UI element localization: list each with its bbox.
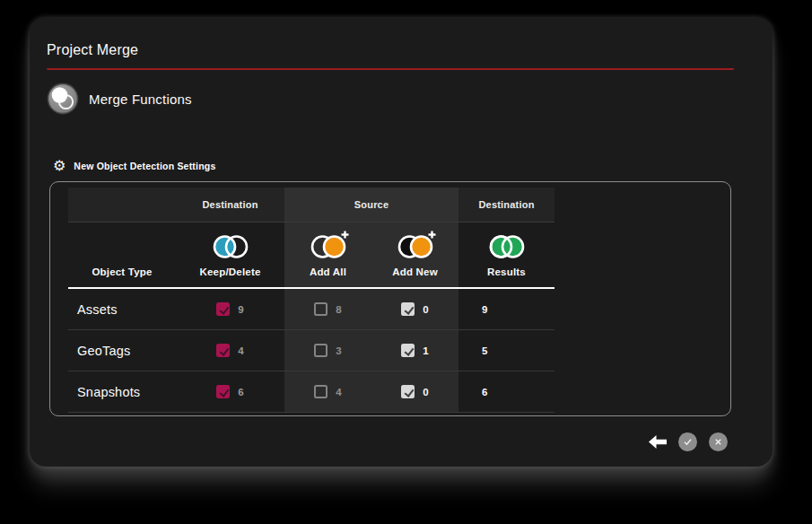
keep-delete-checkbox[interactable]	[216, 344, 230, 357]
results-count: 5	[482, 345, 487, 356]
merge-avatar-icon	[47, 83, 79, 115]
add-all-checkbox[interactable]	[314, 344, 327, 357]
group-header-destination-right: Destination	[458, 188, 554, 222]
add-all-checkbox[interactable]	[314, 302, 327, 316]
column-label: Add All	[310, 266, 346, 277]
merge-functions-header: Merge Functions	[47, 83, 192, 115]
results-count: 6	[482, 387, 487, 397]
merge-functions-title: Merge Functions	[89, 92, 192, 107]
add-new-checkbox[interactable]	[401, 344, 415, 357]
add-all-count: 3	[336, 345, 341, 356]
merge-settings-panel: Destination Source Destination Object Ty…	[49, 181, 731, 416]
footer-actions	[649, 432, 728, 451]
page-title: Project Merge	[47, 42, 138, 58]
table-row-geotags: GeoTags 4 3 1 5	[68, 330, 554, 371]
table-row-assets: Assets 9 8 0 9	[68, 289, 554, 330]
add-new-count: 0	[423, 304, 428, 315]
row-label: Snapshots	[77, 385, 140, 399]
settings-label: New Object Detection Settings	[74, 161, 215, 171]
keep-delete-checkbox[interactable]	[216, 302, 230, 316]
keep-delete-checkbox[interactable]	[216, 385, 230, 398]
project-merge-dialog: Project Merge Merge Functions ⚙ New Obje…	[30, 18, 773, 467]
add-all-venn-icon	[308, 230, 349, 260]
add-all-checkbox[interactable]	[314, 385, 327, 398]
results-venn-icon	[486, 230, 528, 260]
keep-delete-venn-icon	[210, 230, 251, 260]
column-label: Add New	[392, 266, 438, 277]
column-label: Object Type	[92, 266, 152, 277]
column-label: Keep/Delete	[199, 266, 260, 277]
column-keep-delete: Keep/Delete	[176, 223, 284, 287]
check-circle-icon[interactable]	[678, 432, 697, 451]
add-new-count: 1	[423, 345, 428, 356]
plus-badge	[341, 231, 348, 239]
add-new-checkbox[interactable]	[401, 385, 415, 398]
keep-delete-count: 9	[238, 304, 243, 315]
column-header-row: Object Type Keep/Delete	[68, 223, 554, 289]
back-arrow-icon[interactable]	[649, 435, 667, 449]
keep-delete-count: 6	[238, 387, 243, 397]
row-label: Assets	[77, 302, 118, 317]
add-new-checkbox[interactable]	[401, 302, 415, 316]
column-object-type: Object Type	[68, 223, 176, 287]
add-new-venn-icon	[395, 230, 436, 260]
group-header-spacer	[68, 188, 176, 222]
new-object-detection-settings: ⚙ New Object Detection Settings	[53, 157, 215, 175]
group-header-row: Destination Source Destination	[68, 188, 554, 223]
column-results: Results	[458, 223, 554, 287]
close-circle-icon[interactable]	[709, 432, 728, 451]
row-label: GeoTags	[77, 344, 130, 358]
column-label: Results	[487, 266, 526, 277]
add-all-count: 4	[336, 387, 341, 397]
column-add-all: Add All	[284, 223, 371, 287]
plus-badge	[428, 231, 435, 239]
gear-icon: ⚙	[53, 159, 65, 173]
merge-table: Destination Source Destination Object Ty…	[68, 188, 554, 413]
group-header-destination-left: Destination	[176, 188, 284, 222]
add-all-count: 8	[336, 304, 341, 315]
results-count: 9	[482, 304, 487, 315]
add-new-count: 0	[423, 387, 428, 397]
table-row-snapshots: Snapshots 6 4 0 6	[68, 371, 554, 413]
red-divider	[47, 68, 734, 70]
column-add-new: Add New	[371, 223, 458, 287]
group-header-source: Source	[284, 188, 458, 222]
keep-delete-count: 4	[238, 345, 243, 356]
